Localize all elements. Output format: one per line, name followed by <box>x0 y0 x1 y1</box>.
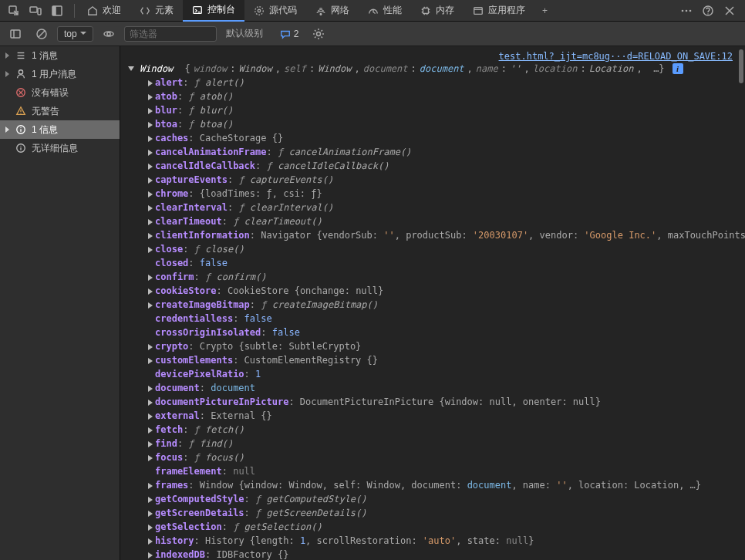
sidebar-item-info[interactable]: 1 信息 <box>0 120 120 139</box>
filter-input[interactable] <box>124 26 217 42</box>
error-icon <box>15 86 27 99</box>
property-row[interactable]: indexedDB: IDBFactory {} <box>140 548 745 560</box>
property-row[interactable]: crypto: Crypto {subtle: SubtleCrypto} <box>140 339 745 353</box>
property-row[interactable]: caches: CacheStorage {} <box>140 131 745 145</box>
tab-label: 元素 <box>155 4 174 17</box>
console-output[interactable]: test.html?_ijt=mc8ug···d=RELOAD_ON_SAVE:… <box>120 46 745 560</box>
sidebar-item-messages[interactable]: 1 消息 <box>0 46 120 65</box>
svg-point-8 <box>255 6 264 15</box>
close-icon[interactable] <box>722 3 737 19</box>
live-expression-icon[interactable] <box>101 26 116 42</box>
svg-point-17 <box>707 13 708 14</box>
issues-button[interactable]: 2 <box>275 29 304 39</box>
tab-label: 网络 <box>331 4 349 17</box>
svg-point-33 <box>20 127 21 128</box>
property-row[interactable]: cancelAnimationFrame: ƒ cancelAnimationF… <box>140 145 745 159</box>
property-row[interactable]: frames: Window {window: Window, self: Wi… <box>140 478 745 492</box>
property-row[interactable]: clearInterval: ƒ clearInterval() <box>140 201 745 214</box>
property-row[interactable]: blur: ƒ blur() <box>140 103 745 117</box>
inspect-element-icon[interactable] <box>6 3 22 19</box>
user-icon <box>15 68 27 80</box>
help-icon[interactable] <box>700 3 716 19</box>
property-row[interactable]: getComputedStyle: ƒ getComputedStyle() <box>140 492 745 506</box>
log-level-selector[interactable]: 默认级别 <box>221 27 271 40</box>
svg-point-22 <box>107 32 110 35</box>
sidebar-label: 无警告 <box>32 105 59 118</box>
panel-toggle-icon[interactable] <box>49 3 65 19</box>
property-row[interactable]: getScreenDetails: ƒ getScreenDetails() <box>140 506 745 520</box>
sidebar-item-user[interactable]: 1 用户消息 <box>0 65 120 83</box>
property-row[interactable]: frameElement: null <box>140 464 745 478</box>
svg-rect-5 <box>52 6 56 15</box>
svg-rect-2 <box>38 8 41 15</box>
property-row[interactable]: getSelection: ƒ getSelection() <box>140 520 745 534</box>
property-row[interactable]: documentPictureInPicture: DocumentPictur… <box>140 395 745 409</box>
svg-line-21 <box>39 31 45 37</box>
property-row[interactable]: clearTimeout: ƒ clearTimeout() <box>140 214 745 228</box>
tab-label: 控制台 <box>207 3 235 16</box>
svg-rect-1 <box>30 7 37 12</box>
svg-rect-6 <box>194 6 202 13</box>
source-link[interactable]: test.html?_ijt=mc8ug···d=RELOAD_ON_SAVE:… <box>499 51 733 62</box>
property-row[interactable]: btoa: ƒ btoa() <box>140 117 745 131</box>
property-row[interactable]: createImageBitmap: ƒ createImageBitmap() <box>140 298 745 312</box>
tab-elements[interactable]: 元素 <box>130 0 183 22</box>
property-row[interactable]: focus: ƒ focus() <box>140 450 745 464</box>
tab-network[interactable]: 网络 <box>306 0 359 22</box>
property-row[interactable]: external: External {} <box>140 409 745 423</box>
property-row[interactable]: alert: ƒ alert() <box>140 76 745 89</box>
object-header[interactable]: Window {window: Window, self: Window, do… <box>120 62 745 76</box>
property-row[interactable]: find: ƒ find() <box>140 437 745 450</box>
property-row[interactable]: document: document <box>140 381 745 395</box>
more-icon[interactable] <box>679 3 694 19</box>
context-selector[interactable]: top <box>57 26 93 42</box>
property-row[interactable]: history: History {length: 1, scrollResto… <box>140 534 745 548</box>
tab-memory[interactable]: 内存 <box>411 0 464 22</box>
property-row[interactable]: clientInformation: Navigator {vendorSub:… <box>140 228 745 242</box>
log-level-label: 默认级别 <box>226 27 263 40</box>
property-row[interactable]: cancelIdleCallback: ƒ cancelIdleCallback… <box>140 159 745 173</box>
verbose-icon <box>15 142 27 154</box>
svg-point-27 <box>19 70 22 74</box>
sidebar-item-verbose[interactable]: 无详细信息 <box>0 139 120 157</box>
property-row[interactable]: captureEvents: ƒ captureEvents() <box>140 173 745 187</box>
sidebar-item-errors[interactable]: 没有错误 <box>0 83 120 102</box>
scrollbar-thumb[interactable] <box>739 49 743 83</box>
property-row[interactable]: credentialless: false <box>140 312 745 326</box>
sidebar-toggle-icon[interactable] <box>8 26 23 42</box>
property-row[interactable]: atob: ƒ atob() <box>140 89 745 103</box>
property-row[interactable]: cookieStore: CookieStore {onchange: null… <box>140 284 745 298</box>
tab-label: 内存 <box>436 4 454 17</box>
context-value: top <box>64 29 77 39</box>
property-row[interactable]: customElements: CustomElementRegistry {} <box>140 353 745 367</box>
svg-rect-18 <box>11 30 20 38</box>
tab-application[interactable]: 应用程序 <box>464 0 534 22</box>
tab-label: 欢迎 <box>103 4 121 17</box>
list-icon <box>15 49 27 62</box>
sidebar-label: 1 信息 <box>32 123 58 137</box>
info-badge-icon[interactable]: i <box>673 63 683 74</box>
property-row[interactable]: fetch: ƒ fetch() <box>140 423 745 437</box>
clear-console-icon[interactable] <box>34 26 49 42</box>
svg-point-36 <box>20 146 21 147</box>
device-toolbar-icon[interactable] <box>28 3 43 19</box>
property-row[interactable]: devicePixelRatio: 1 <box>140 367 745 381</box>
svg-point-30 <box>20 113 21 113</box>
property-row[interactable]: closed: false <box>140 256 745 270</box>
tab-sources[interactable]: 源代码 <box>244 0 306 22</box>
tab-label: 源代码 <box>269 4 297 17</box>
svg-point-9 <box>320 13 322 15</box>
property-row[interactable]: close: ƒ close() <box>140 242 745 256</box>
property-row[interactable]: confirm: ƒ confirm() <box>140 270 745 284</box>
property-row[interactable]: crossOriginIsolated: false <box>140 326 745 339</box>
add-tab-button[interactable]: + <box>534 0 555 22</box>
svg-point-15 <box>689 9 692 12</box>
tab-welcome[interactable]: 欢迎 <box>78 0 130 22</box>
property-row[interactable]: chrome: {loadTimes: ƒ, csi: ƒ} <box>140 187 745 201</box>
warning-icon <box>15 105 27 117</box>
sidebar-item-warnings[interactable]: 无警告 <box>0 102 120 120</box>
svg-point-7 <box>258 9 261 12</box>
tab-performance[interactable]: 性能 <box>359 0 411 22</box>
settings-icon[interactable] <box>311 26 326 42</box>
tab-console[interactable]: 控制台 <box>183 0 244 22</box>
